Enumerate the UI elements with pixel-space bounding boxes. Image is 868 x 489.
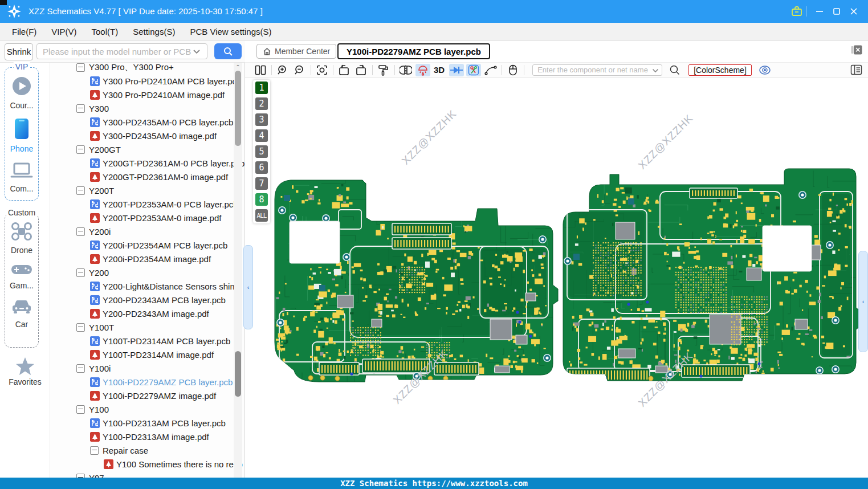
layer-button-3[interactable]: 3 [255, 113, 268, 126]
mouse-settings-icon[interactable] [506, 64, 520, 76]
tree-item[interactable]: Y200-PD2343AM image.pdf [90, 307, 209, 320]
tree-item[interactable]: Y100i-PD2279AMZ image.pdf [90, 389, 216, 402]
tree-item[interactable]: Y300 Pro-PD2410AM image.pdf [90, 88, 225, 101]
tree-item[interactable]: Y300-PD2435AM-0 image.pdf [90, 129, 217, 142]
thermal-view-icon[interactable] [415, 64, 430, 76]
curve-tool-icon[interactable] [483, 64, 498, 76]
tree-group[interactable]: Y100T [76, 320, 114, 334]
tree-item[interactable]: Y100-PD2313AM image.pdf [90, 430, 209, 443]
layer-button-7[interactable]: 7 [255, 177, 268, 190]
sidebar-item-drone[interactable]: Drone [5, 222, 38, 255]
tree-item[interactable]: Y200GT-PD2361AM-0 PCB layer.pcb [90, 156, 244, 170]
menu-item-pcb-view-settings-s-[interactable]: PCB View settings(S) [182, 23, 279, 40]
layer-button-1[interactable]: 1 [255, 82, 268, 94]
tree-item[interactable]: Y200T-PD2353AM-0 PCB layer.pcb [90, 197, 238, 211]
collapse-minus-icon[interactable] [76, 104, 85, 113]
net-search-icon[interactable] [667, 64, 682, 76]
right-panel-toggle-icon[interactable] [850, 64, 862, 75]
tree-item[interactable]: Y200GT-PD2361AM-0 image.pdf [90, 170, 228, 184]
tree-item[interactable]: Y100T-PD2314AM PCB layer.pcb [90, 334, 230, 348]
sidebar-item-phone[interactable]: Phone [5, 118, 38, 153]
layer-button-6[interactable]: 6 [255, 161, 268, 174]
tree-group[interactable]: Y97 [76, 471, 104, 478]
search-button[interactable] [214, 43, 242, 59]
vip-briefcase-icon[interactable] [790, 5, 804, 18]
menu-item-vip-v-[interactable]: VIP(V) [44, 23, 84, 40]
tree-item[interactable]: Y100-PD2313AM PCB layer.pcb [90, 416, 226, 430]
collapse-right-panel-handle[interactable]: ‹ [858, 251, 868, 352]
rotate-left-icon[interactable] [337, 64, 352, 76]
scrollbar-thumb[interactable] [235, 351, 241, 397]
tree-item[interactable]: Y200-PD2343AM PCB layer.pcb [90, 293, 226, 307]
zoom-out-icon[interactable] [292, 64, 307, 76]
zoom-in-icon[interactable] [275, 64, 290, 76]
paint-roller-icon[interactable] [376, 64, 391, 76]
tree-group[interactable]: Y200T [76, 184, 114, 197]
tree-item[interactable]: Y200T-PD2353AM-0 image.pdf [90, 211, 221, 225]
sidebar-item-car[interactable]: Car [5, 298, 38, 329]
layer-button-8[interactable]: 8 [255, 193, 268, 206]
close-button[interactable] [847, 5, 861, 18]
sidebar-item-com[interactable]: Com... [5, 161, 38, 193]
menu-item-file-f-[interactable]: File(F) [5, 23, 44, 40]
mirror-flip-icon[interactable] [398, 64, 413, 76]
collapse-minus-icon[interactable] [76, 227, 85, 236]
collapse-minus-icon[interactable] [76, 186, 85, 195]
sidebar-item-favorites[interactable]: Favorites [0, 357, 50, 386]
fit-screen-icon[interactable] [315, 64, 329, 76]
pcb-board-canvas[interactable] [245, 78, 868, 478]
layer-button-4[interactable]: 4 [255, 129, 268, 142]
collapse-left-panel-handle[interactable]: ‹ [243, 245, 253, 329]
collapse-minus-icon[interactable] [76, 63, 85, 72]
tree-item[interactable]: Y300 Pro-PD2410AM PCB layer.pcb [90, 74, 241, 88]
shrink-button[interactable]: Shrink [5, 43, 33, 60]
active-document-tab[interactable]: Y100i-PD2279AMZ PCB layer.pcb [337, 43, 490, 59]
tree-group[interactable]: Y200i [76, 225, 111, 238]
tree-scrollbar[interactable]: ⌃ [234, 63, 242, 478]
collapse-minus-icon[interactable] [76, 364, 85, 373]
3d-view-icon[interactable]: 3D [434, 65, 445, 75]
eye-visibility-icon[interactable] [757, 64, 772, 76]
rotate-right-icon[interactable] [354, 64, 369, 76]
maximize-button[interactable] [830, 5, 843, 18]
sidebar-item-gam[interactable]: Gam... [5, 263, 38, 290]
menu-item-settings-s-[interactable]: Settings(S) [125, 23, 182, 40]
layer-button-2[interactable]: 2 [255, 97, 268, 110]
model-search-input[interactable] [36, 43, 207, 59]
measure-probes-icon[interactable] [466, 64, 481, 76]
chevron-down-icon[interactable] [652, 68, 659, 73]
scrollbar-thumb[interactable] [235, 71, 241, 146]
collapse-minus-icon[interactable] [76, 405, 85, 414]
collapse-minus-icon[interactable] [76, 145, 85, 154]
collapse-minus-icon[interactable] [90, 446, 99, 455]
tree-group[interactable]: Y300 Pro、Y300 Pro+ [76, 63, 174, 74]
tree-group[interactable]: Y200GT [76, 142, 121, 156]
member-center-button[interactable]: Member Center [256, 44, 336, 59]
tree-group[interactable]: Y200 [76, 266, 109, 279]
tree-group[interactable]: Y100i [76, 361, 111, 375]
sidebar-item-cour[interactable]: Cour... [5, 76, 38, 110]
tree-item[interactable]: Y100i-PD2279AMZ PCB layer.pcb [90, 375, 233, 389]
collapse-minus-icon[interactable] [76, 474, 85, 478]
menu-item-tool-t-[interactable]: Tool(T) [84, 23, 126, 40]
collapse-minus-icon[interactable] [76, 323, 85, 332]
tree-group[interactable]: Repair case [90, 443, 148, 457]
tree-group[interactable]: Y100 [76, 402, 109, 416]
close-tab-icon[interactable] [851, 45, 862, 55]
tree-item[interactable]: Y200i-PD2354AM PCB layer.pcb [90, 238, 227, 252]
tree-item[interactable]: Y100 Sometimes there is no resp [104, 457, 243, 471]
minimize-button[interactable] [813, 5, 826, 18]
colorscheme-button[interactable]: [ColorScheme] [688, 64, 752, 76]
layer-button-5[interactable]: 5 [255, 145, 268, 158]
layer-button-all[interactable]: ALL [255, 209, 268, 222]
collapse-minus-icon[interactable] [76, 268, 85, 277]
chevron-down-icon[interactable] [193, 49, 201, 54]
split-view-icon[interactable] [253, 64, 268, 76]
tree-item[interactable]: Y200i-PD2354AM image.pdf [90, 252, 211, 266]
tree-group[interactable]: Y300 [76, 101, 109, 115]
net-search-input[interactable] [532, 64, 662, 76]
scroll-up-arrow[interactable]: ⌃ [235, 64, 241, 71]
tree-item[interactable]: Y100T-PD2314AM image.pdf [90, 348, 214, 361]
tree-item[interactable]: Y300-PD2435AM-0 PCB layer.pcb [90, 115, 233, 129]
diode-direction-icon[interactable] [449, 64, 464, 76]
